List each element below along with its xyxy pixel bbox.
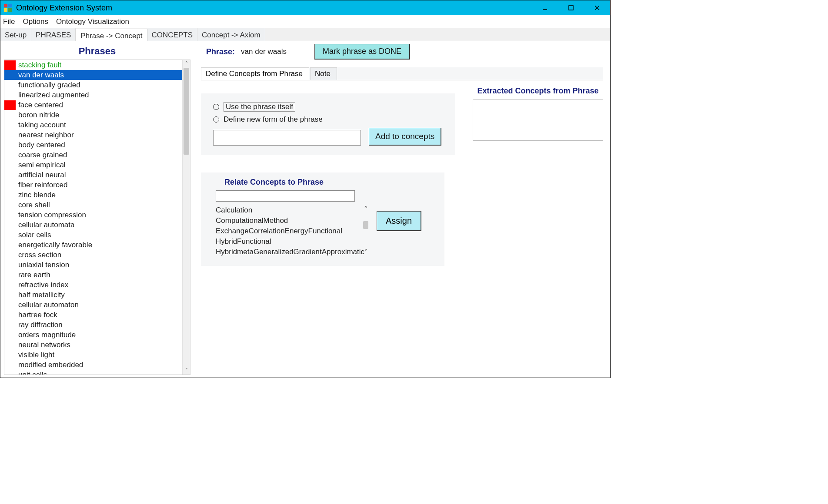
scroll-thumb[interactable]: [363, 221, 368, 229]
radio-use-phrase[interactable]: Use the phrase itself: [213, 102, 446, 112]
phrase-marker: [4, 60, 16, 70]
phrase-item[interactable]: zinc blende: [4, 190, 182, 200]
phrase-item[interactable]: artificial neural: [4, 170, 182, 180]
minimize-button[interactable]: [532, 0, 558, 15]
phrase-item[interactable]: rare earth: [4, 270, 182, 280]
phrase-text: linearized augmented: [17, 91, 89, 99]
mark-done-button[interactable]: Mark phrase as DONE: [314, 44, 410, 60]
phrase-item[interactable]: functionally graded: [4, 80, 182, 90]
phrase-text: body centered: [17, 141, 65, 149]
phrase-item[interactable]: body centered: [4, 140, 182, 150]
tab-concepts[interactable]: CONCEPTS: [147, 28, 197, 41]
radio-icon: [213, 104, 219, 110]
phrase-text: solar cells: [17, 231, 51, 239]
scroll-thumb[interactable]: [184, 68, 189, 155]
scroll-down-icon[interactable]: ˅: [364, 248, 368, 257]
phrase-item[interactable]: unit cells: [4, 370, 182, 375]
radio-define-new[interactable]: Define new form of the phrase: [213, 115, 446, 124]
phrase-text: taking account: [17, 121, 66, 129]
phrase-marker: [4, 200, 16, 210]
phrase-text: semi empirical: [17, 161, 66, 169]
inner-tab-note[interactable]: Note: [310, 67, 337, 80]
phrase-item[interactable]: hartree fock: [4, 310, 182, 320]
phrase-item[interactable]: semi empirical: [4, 160, 182, 170]
phrase-item[interactable]: ray diffraction: [4, 320, 182, 330]
phrase-text: rare earth: [17, 271, 50, 279]
tab-concept-axiom[interactable]: Concept -> Axiom: [197, 28, 265, 41]
phrase-item[interactable]: face centered: [4, 100, 182, 110]
phrase-item[interactable]: refractive index: [4, 280, 182, 290]
concept-item[interactable]: ExchangeCorrelationEnergyFunctional: [216, 226, 355, 236]
phrase-item[interactable]: half metallicity: [4, 290, 182, 300]
app-icon: [3, 3, 13, 13]
concept-listbox[interactable]: CalculationComputationalMethodExchangeCo…: [216, 205, 355, 257]
tab-phrases[interactable]: PHRASES: [31, 28, 76, 41]
window-controls: [532, 0, 610, 15]
phrase-item[interactable]: linearized augmented: [4, 90, 182, 100]
phrase-marker: [4, 190, 16, 200]
phrase-item[interactable]: coarse grained: [4, 150, 182, 160]
add-to-concepts-button[interactable]: Add to concepts: [369, 128, 441, 146]
concept-item[interactable]: HybridmetaGeneralizedGradientApproximati…: [216, 247, 355, 257]
inner-tabs: Define Concepts from Phrase Note: [201, 67, 603, 80]
concept-item[interactable]: Calculation: [216, 205, 355, 216]
phrase-item[interactable]: cross section: [4, 250, 182, 260]
phrase-item[interactable]: solar cells: [4, 230, 182, 240]
phrase-marker: [4, 180, 16, 190]
phrase-text: neural networks: [17, 341, 70, 349]
phrase-item[interactable]: uniaxial tension: [4, 260, 182, 270]
phrases-listbox[interactable]: stacking faultvan der waalsfunctionally …: [4, 60, 190, 375]
tab-phrase-concept[interactable]: Phrase -> Concept: [76, 29, 147, 41]
scroll-up-icon[interactable]: ˄: [183, 60, 190, 68]
add-concept-row: Add to concepts: [213, 127, 446, 146]
phrase-marker: [4, 250, 16, 260]
phrase-text: functionally graded: [17, 81, 80, 90]
phrase-item[interactable]: cellular automaton: [4, 300, 182, 310]
scroll-track[interactable]: [183, 68, 190, 367]
scroll-up-icon[interactable]: ˄: [364, 205, 368, 214]
phrase-marker: [4, 140, 16, 150]
svg-rect-5: [569, 6, 573, 10]
phrase-header: Phrase: van der waals Mark phrase as DON…: [206, 44, 603, 60]
phrase-item[interactable]: cellular automata: [4, 220, 182, 230]
scroll-track[interactable]: [362, 214, 370, 248]
new-form-input[interactable]: [213, 130, 361, 146]
inner-tab-define[interactable]: Define Concepts from Phrase: [201, 67, 309, 80]
menu-ontology-visualization[interactable]: Ontology Visualization: [56, 17, 129, 26]
phrase-item[interactable]: tension compression: [4, 210, 182, 220]
phrase-item[interactable]: taking account: [4, 120, 182, 130]
concept-item[interactable]: ComputationalMethod: [216, 216, 355, 226]
close-button[interactable]: [584, 0, 610, 15]
phrase-item[interactable]: van der waals: [4, 70, 182, 80]
phrases-scrollbar[interactable]: ˄ ˅: [182, 60, 190, 375]
phrase-marker: [4, 170, 16, 180]
extracted-listbox[interactable]: [473, 99, 603, 141]
phrase-text: core shell: [17, 201, 50, 209]
radio-new-label: Define new form of the phrase: [224, 115, 323, 124]
phrase-item[interactable]: stacking fault: [4, 60, 182, 70]
concept-scrollbar[interactable]: ˄ ˅: [362, 205, 370, 257]
phrase-item[interactable]: orders magnitude: [4, 330, 182, 340]
phrase-item[interactable]: nearest neighbor: [4, 130, 182, 140]
phrase-text: coarse grained: [17, 151, 67, 159]
menu-options[interactable]: Options: [23, 17, 48, 26]
phrase-marker: [4, 330, 16, 340]
tab-setup[interactable]: Set-up: [0, 28, 31, 41]
radio-use-label: Use the phrase itself: [224, 102, 295, 112]
phrase-item[interactable]: visible light: [4, 350, 182, 360]
scroll-down-icon[interactable]: ˅: [183, 367, 190, 375]
phrase-item[interactable]: neural networks: [4, 340, 182, 350]
concept-item[interactable]: HybridFunctional: [216, 236, 355, 247]
phrase-item[interactable]: energetically favorable: [4, 240, 182, 250]
phrase-marker: [4, 300, 16, 310]
phrase-item[interactable]: fiber reinforced: [4, 180, 182, 190]
phrase-item[interactable]: core shell: [4, 200, 182, 210]
phrase-text: hartree fock: [17, 311, 57, 319]
phrase-text: energetically favorable: [17, 241, 92, 249]
menu-file[interactable]: File: [3, 17, 15, 26]
phrase-item[interactable]: boron nitride: [4, 110, 182, 120]
maximize-button[interactable]: [558, 0, 584, 15]
relate-search-input[interactable]: [216, 190, 355, 202]
assign-button[interactable]: Assign: [377, 211, 421, 231]
phrase-item[interactable]: modified embedded: [4, 360, 182, 370]
